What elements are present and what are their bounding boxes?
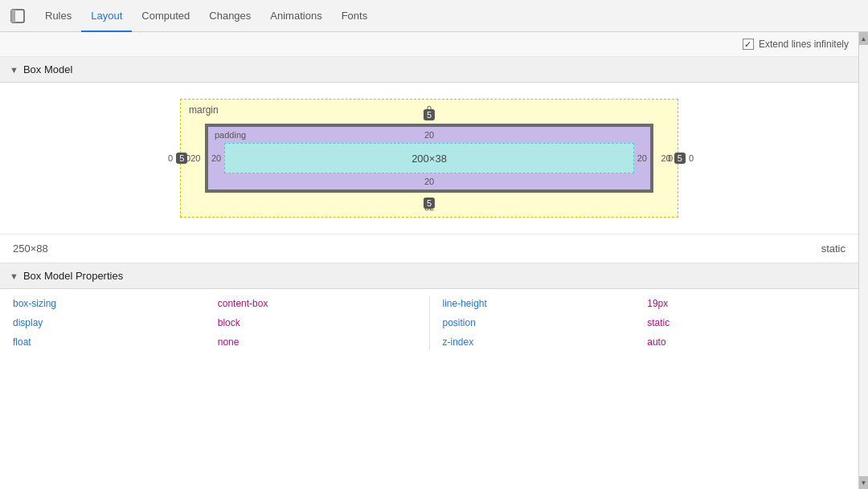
tab-layout[interactable]: Layout (81, 0, 132, 32)
padding-right-value-outer: 20 (661, 153, 671, 163)
prop-value-float: none (218, 334, 416, 350)
scroll-down-button[interactable]: ▼ (859, 476, 869, 489)
border-right-value: 5 (674, 153, 686, 164)
tab-changes[interactable]: Changes (199, 0, 260, 32)
tab-bar: Rules Layout Computed Changes Animations… (0, 0, 868, 32)
padding-label: padding (215, 130, 246, 140)
prop-name-display: display (13, 315, 211, 331)
dimensions-row: 250×88 static (0, 234, 858, 263)
border-top-value: 5 (424, 109, 435, 120)
main-content: Extend lines infinitely ▼ Box Model marg… (0, 32, 868, 489)
prop-value-z-index: auto (647, 334, 845, 350)
border-box: border 5 0 5 20 20 (205, 124, 653, 193)
prop-value-line-height: 19px (647, 295, 845, 312)
element-dimensions: 250×88 (13, 242, 48, 255)
prop-name-box-sizing: box-sizing (13, 295, 211, 312)
box-model-arrow-icon: ▼ (10, 65, 18, 75)
scroll-up-button[interactable]: ▲ (859, 32, 869, 45)
box-model-properties-section: ▼ Box Model Properties box-sizing conten… (0, 263, 858, 357)
scrollbar[interactable]: ▲ ▼ (858, 32, 868, 489)
tab-rules[interactable]: Rules (35, 0, 81, 32)
box-model-properties-title: Box Model Properties (23, 270, 123, 282)
prop-name-float: float (13, 334, 211, 350)
box-model-title: Box Model (23, 63, 72, 75)
properties-divider (429, 295, 430, 350)
box-diagram: margin 0 0 0 32 border 5 0 (180, 99, 678, 218)
padding-left-value-outer: 20 (190, 153, 200, 163)
tab-computed[interactable]: Computed (132, 0, 199, 32)
box-model-container: margin 0 0 0 32 border 5 0 (0, 83, 858, 234)
box-model-section-header[interactable]: ▼ Box Model (0, 57, 858, 83)
extend-lines-checkbox[interactable] (743, 39, 754, 50)
margin-label: margin (189, 104, 219, 116)
prop-value-display: block (218, 315, 416, 331)
element-position: static (821, 242, 845, 255)
properties-right-col: line-height 19px position static z-index… (443, 295, 846, 350)
margin-right-outer: 0 (689, 153, 694, 163)
border-left-value: 5 (176, 153, 187, 164)
prop-value-box-sizing: content-box (218, 295, 416, 312)
prop-name-z-index: z-index (443, 334, 641, 350)
padding-left-outer-value: 0 (168, 153, 173, 163)
prop-name-line-height: line-height (443, 295, 641, 312)
properties-left-col: box-sizing content-box display block flo… (13, 295, 416, 350)
properties-arrow-icon: ▼ (10, 271, 18, 281)
content-box: 200×38 (224, 143, 634, 173)
panel-toggle-button[interactable] (6, 5, 29, 27)
padding-right-value: 20 (637, 153, 647, 163)
border-bottom-value: 5 (424, 198, 435, 209)
extend-lines-label: Extend lines infinitely (759, 39, 849, 50)
padding-bottom-value: 20 (424, 177, 434, 186)
padding-box: padding 20 20 20 20 200×38 (208, 127, 650, 189)
prop-name-position: position (443, 315, 641, 331)
padding-left-value: 20 (211, 153, 221, 163)
extend-lines-row: Extend lines infinitely (0, 32, 858, 57)
svg-rect-1 (11, 10, 15, 22)
margin-box: margin 0 0 0 32 border 5 0 (180, 99, 678, 218)
prop-value-position: static (647, 315, 845, 331)
padding-top-value: 20 (424, 130, 434, 140)
tab-fonts[interactable]: Fonts (332, 0, 378, 32)
box-model-properties-header[interactable]: ▼ Box Model Properties (0, 263, 858, 289)
properties-columns: box-sizing content-box display block flo… (0, 289, 858, 357)
tab-animations[interactable]: Animations (260, 0, 331, 32)
content-size-label: 200×38 (411, 153, 447, 165)
panel: Extend lines infinitely ▼ Box Model marg… (0, 32, 858, 489)
